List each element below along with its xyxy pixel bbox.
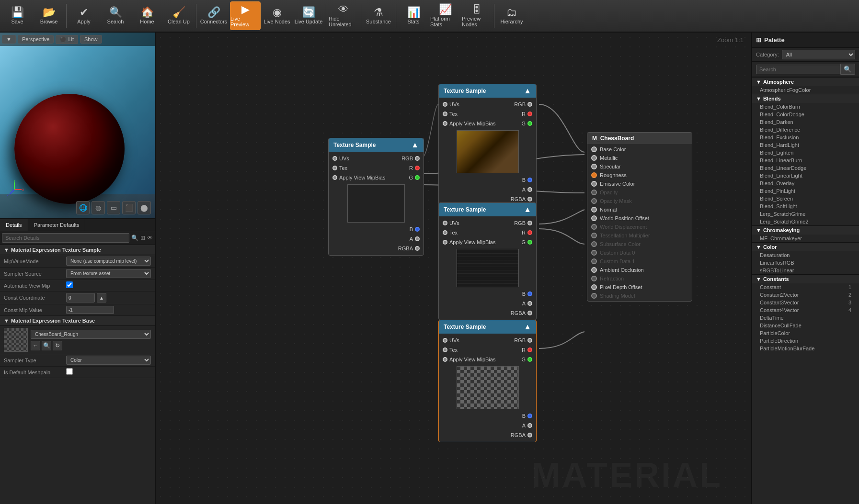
palette-item[interactable]: Lerp_ScratchGrime: [752, 210, 859, 218]
palette-section-blends[interactable]: ▼Blends: [752, 94, 859, 103]
palette-item[interactable]: DeltaTime: [752, 314, 859, 322]
viewport-cube-button[interactable]: ⬛: [122, 201, 136, 214]
palette-item[interactable]: Blend_PinLight: [752, 187, 859, 195]
texture-select[interactable]: ChessBoard_Rough: [31, 330, 151, 339]
texture-use-btn[interactable]: ↻: [53, 341, 62, 350]
palette-item[interactable]: Blend_LinearLight: [752, 172, 859, 179]
liveupdate-button[interactable]: 🔄 Live Update: [293, 1, 324, 30]
pin-rgba-out-1[interactable]: [415, 246, 420, 251]
pin-worldpos[interactable]: [591, 215, 597, 221]
pin-mip-in-3[interactable]: [443, 240, 447, 245]
palette-item[interactable]: Blend_Lighten: [752, 149, 859, 157]
pin-tessellation[interactable]: [591, 233, 597, 238]
pin-customdata1[interactable]: [591, 258, 597, 264]
details-grid-icon[interactable]: ⊞: [140, 235, 145, 241]
pin-customdata0[interactable]: [591, 250, 597, 256]
palette-item[interactable]: Blend_Exclusion: [752, 134, 859, 141]
pin-g-out-3[interactable]: [527, 240, 532, 245]
pin-specular[interactable]: [591, 164, 597, 169]
pin-r-out-1[interactable]: [415, 166, 420, 170]
palette-item[interactable]: Constant4Vector4: [752, 306, 859, 314]
platformstats-button[interactable]: 📈 Platform Stats: [430, 1, 460, 30]
palette-item[interactable]: sRGBToLinear: [752, 267, 859, 274]
viewport-lit-button[interactable]: 🌐: [76, 201, 90, 214]
palette-item[interactable]: Constant2Vector2: [752, 291, 859, 299]
palette-item[interactable]: Constant1: [752, 283, 859, 291]
pin-ao[interactable]: [591, 267, 597, 273]
palette-section-atmosphere[interactable]: ▼Atmosphere: [752, 77, 859, 86]
texture-browse-back[interactable]: ←: [31, 341, 40, 350]
palette-item[interactable]: Blend_Screen: [752, 195, 859, 202]
pin-rgb-out-2[interactable]: [527, 102, 532, 107]
palette-item[interactable]: ParticleColor: [752, 329, 859, 337]
show-button[interactable]: Show: [80, 35, 102, 44]
auto-view-mip-checkbox[interactable]: [66, 281, 73, 288]
hierarchy-button[interactable]: 🗂 Hierarchy: [496, 1, 527, 30]
palette-item[interactable]: Blend_Overlay: [752, 179, 859, 187]
const-coord-stepper[interactable]: ▲: [97, 293, 106, 302]
palette-item[interactable]: Desaturation: [752, 251, 859, 259]
palette-item[interactable]: Blend_ColorBurn: [752, 103, 859, 111]
home-button[interactable]: 🏠 Home: [132, 1, 162, 30]
palette-item[interactable]: Blend_LinearDodge: [752, 164, 859, 172]
palette-item[interactable]: Constant3Vector3: [752, 299, 859, 306]
palette-item[interactable]: ParticleMotionBlurFade: [752, 345, 859, 352]
pin-uvs-in-3[interactable]: [443, 221, 447, 225]
pin-r-out-4[interactable]: [527, 347, 532, 352]
const-coord-input[interactable]: [66, 293, 95, 302]
node-maximize-4[interactable]: ▲: [524, 323, 531, 331]
palette-item[interactable]: MF_Chromakeyer: [752, 235, 859, 242]
node-texture-sample-4[interactable]: Texture Sample ▲ UVs RGB Tex R: [438, 320, 537, 442]
palette-item[interactable]: DistanceCullFade: [752, 322, 859, 329]
pin-rgba-out-4[interactable]: [527, 433, 532, 437]
node-texture-sample-1[interactable]: Texture Sample ▲ UVs RGB Tex R: [328, 138, 424, 256]
pin-r-out-3[interactable]: [527, 230, 532, 235]
pin-opacity[interactable]: [591, 190, 597, 195]
details-search-icon[interactable]: 🔍: [131, 235, 138, 241]
browse-button[interactable]: 📂 Browse: [34, 1, 64, 30]
palette-item[interactable]: LinearTosRGB: [752, 259, 859, 267]
pin-mip-in-1[interactable]: [332, 175, 337, 180]
sampler-type-select[interactable]: Color: [66, 356, 151, 365]
palette-item[interactable]: Blend_SoftLight: [752, 202, 859, 210]
section-expr-texture-base[interactable]: ▼ Material Expression Texture Base: [0, 316, 155, 326]
pin-b-out-2[interactable]: [527, 178, 532, 182]
palette-item[interactable]: Blend_Difference: [752, 126, 859, 134]
pin-tex-in-4[interactable]: [443, 347, 447, 352]
pin-mip-in-4[interactable]: [443, 357, 447, 362]
perspective-button[interactable]: Perspective: [18, 35, 54, 44]
viewport-cylinder-button[interactable]: ⬤: [137, 201, 151, 214]
livepreview-button[interactable]: ▶ Live Preview: [230, 1, 261, 30]
viewport-mode-dropdown[interactable]: ▼: [2, 35, 16, 44]
pin-emissive[interactable]: [591, 181, 597, 187]
node-maximize-2[interactable]: ▲: [524, 87, 531, 95]
pin-b-out-3[interactable]: [527, 291, 532, 296]
pin-rgb-out-4[interactable]: [527, 338, 532, 343]
search-button[interactable]: 🔍 Search: [100, 1, 131, 30]
save-button[interactable]: 💾 Save: [2, 1, 33, 30]
node-m-chessboard[interactable]: M_ChessBoard Base Color Metallic Specula…: [587, 132, 692, 302]
pin-worlddisp[interactable]: [591, 224, 597, 230]
pin-pixeldepth[interactable]: [591, 284, 597, 290]
palette-item[interactable]: Blend_LinearBurn: [752, 157, 859, 164]
palette-item[interactable]: Blend_HardLight: [752, 141, 859, 149]
pin-shadingmodel[interactable]: [591, 293, 597, 299]
node-maximize-3[interactable]: ▲: [524, 205, 531, 214]
pin-mip-in-2[interactable]: [443, 121, 447, 126]
pin-opacity-mask[interactable]: [591, 198, 597, 204]
sampler-source-select[interactable]: From texture asset: [66, 269, 151, 278]
palette-item[interactable]: AtmosphericFogColor: [752, 86, 859, 94]
cleanup-button[interactable]: 🧹 Clean Up: [163, 1, 194, 30]
palette-item[interactable]: ParticleDirection: [752, 337, 859, 345]
previewnodes-button[interactable]: 🎛 Preview Nodes: [461, 1, 492, 30]
node-maximize-1[interactable]: ▲: [411, 141, 419, 149]
pin-rgb-out-1[interactable]: [415, 156, 420, 161]
pin-b-out-1[interactable]: [415, 227, 420, 232]
pin-uvs-in-4[interactable]: [443, 338, 447, 343]
lit-button[interactable]: ⚫ Lit: [56, 35, 78, 44]
pin-r-out-2[interactable]: [527, 112, 532, 116]
pin-g-out-4[interactable]: [527, 357, 532, 362]
substance-button[interactable]: ⚗ Substance: [363, 1, 394, 30]
pin-uvs-in-2[interactable]: [443, 102, 447, 107]
tab-details[interactable]: Details: [0, 219, 28, 231]
